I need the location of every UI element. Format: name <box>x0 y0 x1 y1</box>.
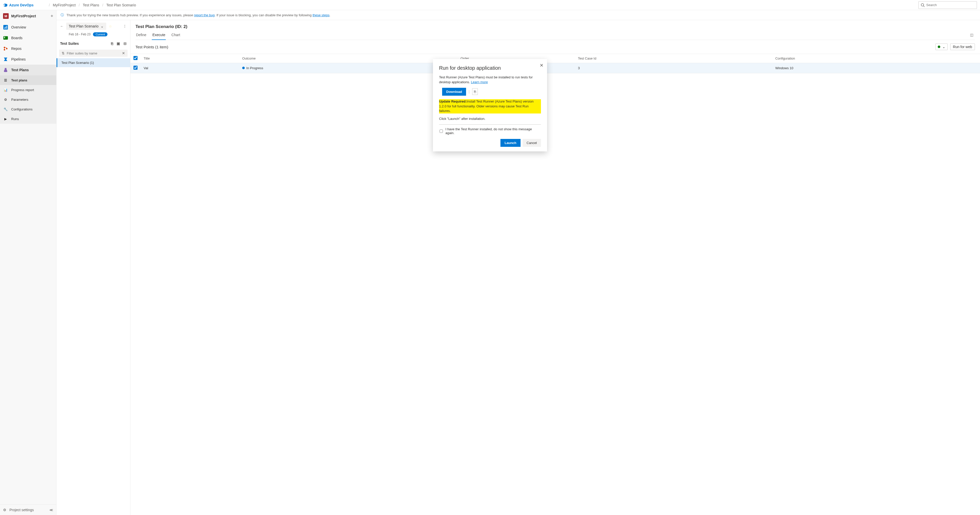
sidebar-item-label: Parameters <box>11 98 28 101</box>
tab-chart[interactable]: Chart <box>171 33 181 40</box>
sidebar-item-label: Repos <box>11 47 21 51</box>
suite-filter[interactable]: ⇅ ✕ <box>59 50 127 57</box>
collapse-icon[interactable]: ≪ <box>49 508 53 512</box>
test-plans-icon <box>3 67 8 73</box>
panel-toggle-icon[interactable]: ◫ <box>970 33 974 40</box>
sidebar-sub-runs[interactable]: ▶ Runs <box>0 114 56 124</box>
dialog-title: Run for desktop application <box>439 65 541 71</box>
test-points-grid: Title Outcome Order Test Case Id Configu… <box>130 54 980 73</box>
plan-meta: Feb 16 - Feb 23 Current <box>57 32 130 39</box>
pass-status-icon <box>938 46 940 48</box>
sidebar-item-label: Runs <box>11 117 19 121</box>
test-suites-title: Test Suites <box>60 41 79 46</box>
outcome-filter[interactable]: ⌄ <box>935 43 948 50</box>
dialog-intro: Test Runner (Azure Test Plans) must be i… <box>439 75 541 85</box>
col-outcome[interactable]: Outcome <box>239 54 457 63</box>
launch-button[interactable]: Launch <box>500 139 520 147</box>
search-input[interactable] <box>926 3 975 7</box>
sidebar-subnav: ☰ Test plans 📊 Progress report ⚙ Paramet… <box>0 75 56 124</box>
svg-point-10 <box>4 49 5 51</box>
row-checkbox[interactable] <box>134 66 137 70</box>
sidebar-item-overview[interactable]: Overview <box>0 22 56 33</box>
svg-rect-8 <box>4 38 5 38</box>
link-icon[interactable]: ⎘ <box>111 41 113 46</box>
project-name: MyFirstProject <box>11 14 36 18</box>
project-header[interactable]: M MyFirstProject + <box>0 10 56 22</box>
sidebar-sub-progress[interactable]: 📊 Progress report <box>0 85 56 95</box>
runs-icon: ▶ <box>3 116 8 121</box>
separator: | <box>469 90 469 93</box>
col-configuration[interactable]: Configuration <box>772 54 980 63</box>
suite-filter-input[interactable] <box>67 51 120 55</box>
svg-rect-4 <box>5 27 6 29</box>
cell-title: Val <box>141 63 239 73</box>
cancel-button[interactable]: Cancel <box>523 139 541 147</box>
brand-logo[interactable]: Azure DevOps <box>3 3 33 7</box>
sidebar-item-repos[interactable]: Repos <box>0 43 56 54</box>
download-button[interactable]: Download <box>442 88 466 96</box>
sidebar-item-test-plans[interactable]: Test Plans <box>0 65 56 75</box>
boards-icon <box>3 35 8 40</box>
report-icon: 📊 <box>3 87 8 92</box>
sidebar-item-label: Pipelines <box>11 57 26 61</box>
dont-show-label: I have the Test Runner installed, do not… <box>445 127 541 135</box>
page-title: Test Plan Scenario (ID: 2) <box>135 24 975 29</box>
cell-outcome: In Progress <box>239 63 457 73</box>
repos-icon <box>3 46 8 51</box>
tab-bar: Define Execute Chart ◫ <box>135 33 975 40</box>
project-avatar: M <box>3 13 9 19</box>
project-settings-link[interactable]: Project settings <box>10 508 34 512</box>
plan-dates: Feb 16 - Feb 23 <box>69 33 91 36</box>
notice-text: Thank you for trying the new boards hub … <box>67 13 330 17</box>
run-desktop-dialog: ✕ Run for desktop application Test Runne… <box>433 59 547 151</box>
sidebar-sub-parameters[interactable]: ⚙ Parameters <box>0 95 56 104</box>
breadcrumb-test-plans[interactable]: Test Plans <box>83 3 99 7</box>
col-title[interactable]: Title <box>141 54 239 63</box>
plan-dropdown-label: Test Plan Scenario <box>69 24 99 28</box>
report-bug-link[interactable]: report the bug <box>194 13 215 17</box>
sidebar-item-pipelines[interactable]: Pipelines <box>0 54 56 65</box>
azure-devops-icon <box>3 3 8 7</box>
suite-item[interactable]: Test Plan Scenario (1) <box>57 58 130 67</box>
select-all-checkbox[interactable] <box>134 56 137 60</box>
copy-icon[interactable]: ⎘ <box>472 88 478 95</box>
overview-icon <box>3 25 8 30</box>
collapse-all-icon[interactable]: ⊟ <box>124 41 127 46</box>
plan-selector-row: ← Test Plan Scenario ⌄ ☆ ⋮ <box>57 20 130 32</box>
pipelines-icon <box>3 57 8 62</box>
sidebar-item-label: Boards <box>11 36 22 40</box>
breadcrumb-scenario[interactable]: Test Plan Scenario <box>106 3 136 7</box>
search-box[interactable] <box>918 1 977 9</box>
sidebar-sub-configurations[interactable]: 🔧 Configurations <box>0 104 56 114</box>
main-panel: Test Plan Scenario (ID: 2) Define Execut… <box>130 20 980 515</box>
clear-filter-icon[interactable]: ✕ <box>122 51 125 55</box>
breadcrumb: / MyFirstProject / Test Plans / Test Pla… <box>49 3 136 7</box>
more-icon[interactable]: ⋮ <box>123 24 127 28</box>
learn-more-link[interactable]: Learn more <box>471 80 488 84</box>
svg-rect-3 <box>4 27 5 29</box>
tab-define[interactable]: Define <box>135 33 147 40</box>
svg-point-9 <box>4 47 5 48</box>
favorite-icon[interactable]: ☆ <box>109 24 112 28</box>
current-badge: Current <box>93 32 108 36</box>
test-points-count: Test Points (1 item) <box>135 45 168 49</box>
tab-execute[interactable]: Execute <box>152 33 166 40</box>
sidebar-sub-test-plans[interactable]: ☰ Test plans <box>0 75 56 85</box>
sidebar-item-boards[interactable]: Boards <box>0 33 56 43</box>
table-row[interactable]: Val In Progress 1 3 Windows 10 <box>130 63 980 73</box>
col-test-case-id[interactable]: Test Case Id <box>575 54 772 63</box>
preview-notice: ⓘ Thank you for trying the new boards hu… <box>57 10 980 20</box>
plan-dropdown[interactable]: Test Plan Scenario ⌄ <box>66 23 106 30</box>
expand-icon[interactable]: ▣ <box>117 41 120 46</box>
test-suites-header: Test Suites ⎘ ▣ ⊟ <box>57 39 130 48</box>
back-icon[interactable]: ← <box>60 24 64 28</box>
close-icon[interactable]: ✕ <box>540 63 544 68</box>
dont-show-checkbox[interactable] <box>439 130 443 133</box>
disable-steps-link[interactable]: these steps <box>312 13 329 17</box>
breadcrumb-project[interactable]: MyFirstProject <box>53 3 76 7</box>
sidebar-footer: ⚙ Project settings ≪ <box>0 504 56 515</box>
add-icon[interactable]: + <box>51 13 53 19</box>
info-icon: ⓘ <box>60 13 64 17</box>
sidebar-item-label: Configurations <box>11 108 33 111</box>
run-for-web-button[interactable]: Run for web <box>950 43 975 50</box>
